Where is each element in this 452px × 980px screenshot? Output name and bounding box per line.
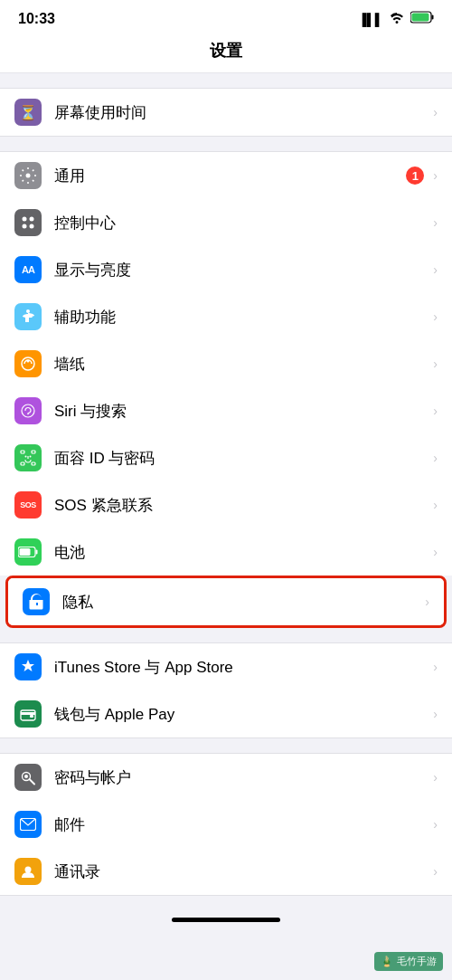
svg-point-12 <box>27 414 29 415</box>
chevron-icon: › <box>433 451 438 465</box>
face-id-icon <box>14 444 42 471</box>
face-id-right: › <box>429 451 438 465</box>
watermark-logo: 🎍 <box>381 956 393 967</box>
svg-point-10 <box>27 360 30 363</box>
svg-point-5 <box>30 217 34 222</box>
battery-icon <box>14 538 42 566</box>
wallpaper-right: › <box>429 357 438 371</box>
wallet-label: 钱包与 Apple Pay <box>54 704 429 725</box>
chevron-icon: › <box>433 215 438 230</box>
row-accessibility[interactable]: 辅助功能 › <box>0 293 452 340</box>
sos-label: SOS 紧急联系 <box>54 495 429 516</box>
wallpaper-icon <box>14 350 42 377</box>
svg-point-27 <box>24 775 28 778</box>
status-bar: 10:33 ▐▌▌ <box>0 0 452 34</box>
row-face-id[interactable]: 面容 ID 与密码 › <box>0 434 452 481</box>
chevron-icon: › <box>433 864 438 879</box>
row-wallet[interactable]: 钱包与 Apple Pay › <box>0 690 452 737</box>
passwords-label: 密码与帐户 <box>54 767 429 788</box>
svg-rect-15 <box>21 462 24 465</box>
accessibility-label: 辅助功能 <box>54 307 429 328</box>
privacy-right: › <box>421 595 429 609</box>
signal-icon: ▐▌▌ <box>358 13 383 26</box>
chevron-icon: › <box>433 817 438 832</box>
chevron-icon: › <box>433 404 438 418</box>
svg-rect-21 <box>20 548 31 556</box>
svg-point-29 <box>25 867 32 873</box>
status-time: 10:33 <box>18 11 55 27</box>
row-general[interactable]: 通用 1 › <box>0 152 452 199</box>
svg-point-6 <box>23 224 27 229</box>
general-badge: 1 <box>406 167 424 185</box>
chevron-icon: › <box>433 545 438 559</box>
row-contacts[interactable]: 通讯录 › <box>0 848 452 895</box>
contacts-label: 通讯录 <box>54 861 429 882</box>
svg-point-4 <box>23 217 27 222</box>
mail-icon <box>14 811 42 838</box>
svg-rect-16 <box>32 462 35 465</box>
general-icon <box>14 162 42 189</box>
battery-label: 电池 <box>54 542 429 563</box>
section-main-top: 通用 1 › 控制中心 › AA 显示与亮度 › <box>0 151 452 576</box>
chevron-icon: › <box>433 498 438 512</box>
siri-icon <box>14 397 42 424</box>
svg-point-7 <box>30 224 34 229</box>
battery-right: › <box>429 545 438 559</box>
row-passwords[interactable]: 密码与帐户 › <box>0 754 452 801</box>
control-center-label: 控制中心 <box>54 213 429 233</box>
row-display[interactable]: AA 显示与亮度 › <box>0 246 452 293</box>
row-wallpaper[interactable]: 墙纸 › <box>0 340 452 387</box>
wallpaper-label: 墙纸 <box>54 354 429 375</box>
display-right: › <box>429 262 438 277</box>
wifi-icon <box>389 11 405 27</box>
section-accounts: 密码与帐户 › 邮件 › 通讯录 › <box>0 753 452 896</box>
svg-rect-13 <box>21 451 24 453</box>
accessibility-icon <box>14 303 42 330</box>
watermark: 🎍 毛竹手游 <box>374 952 443 971</box>
svg-point-8 <box>26 309 30 313</box>
row-siri[interactable]: Siri 与搜索 › <box>0 387 452 434</box>
chevron-icon: › <box>433 262 438 277</box>
page-title: 设置 <box>0 34 452 73</box>
general-right: 1 › <box>406 167 438 185</box>
contacts-right: › <box>429 864 438 879</box>
svg-point-3 <box>26 174 31 178</box>
svg-rect-22 <box>36 550 38 555</box>
watermark-text: 毛竹手游 <box>397 955 437 968</box>
screen-time-icon: ⏳ <box>14 99 42 126</box>
wallet-icon <box>14 700 42 728</box>
itunes-appstore-label: iTunes Store 与 App Store <box>54 657 429 678</box>
row-mail[interactable]: 邮件 › <box>0 801 452 848</box>
bottom-area <box>0 896 452 933</box>
appstore-icon <box>14 653 42 680</box>
passwords-right: › <box>429 770 438 785</box>
svg-point-11 <box>22 404 34 417</box>
section2-wrapper: 通用 1 › 控制中心 › AA 显示与亮度 › <box>0 151 452 628</box>
screen-time-right: › <box>429 105 438 119</box>
chevron-icon: › <box>433 660 438 674</box>
row-itunes-appstore[interactable]: iTunes Store 与 App Store › <box>0 643 452 690</box>
row-privacy[interactable]: 隐私 › <box>8 578 444 625</box>
row-sos[interactable]: SOS SOS 紧急联系 › <box>0 481 452 528</box>
chevron-icon: › <box>433 357 438 371</box>
section-screen-time: ⏳ 屏幕使用时间 › <box>0 88 452 137</box>
row-control-center[interactable]: 控制中心 › <box>0 199 452 246</box>
display-label: 显示与亮度 <box>54 260 429 281</box>
svg-rect-14 <box>32 451 35 453</box>
status-icons: ▐▌▌ <box>358 11 434 27</box>
sos-right: › <box>429 498 438 512</box>
screen-time-label: 屏幕使用时间 <box>54 102 429 123</box>
siri-right: › <box>429 404 438 418</box>
mail-label: 邮件 <box>54 814 429 835</box>
row-battery[interactable]: 电池 › <box>0 528 452 576</box>
svg-point-17 <box>25 456 27 458</box>
battery-icon <box>410 11 434 27</box>
privacy-highlight-box: 隐私 › <box>5 576 447 628</box>
siri-label: Siri 与搜索 <box>54 401 429 422</box>
row-screen-time[interactable]: ⏳ 屏幕使用时间 › <box>0 89 452 136</box>
svg-rect-2 <box>432 15 434 20</box>
display-icon: AA <box>14 256 42 283</box>
general-label: 通用 <box>54 166 406 186</box>
home-indicator <box>172 918 280 922</box>
chevron-icon: › <box>433 770 438 785</box>
